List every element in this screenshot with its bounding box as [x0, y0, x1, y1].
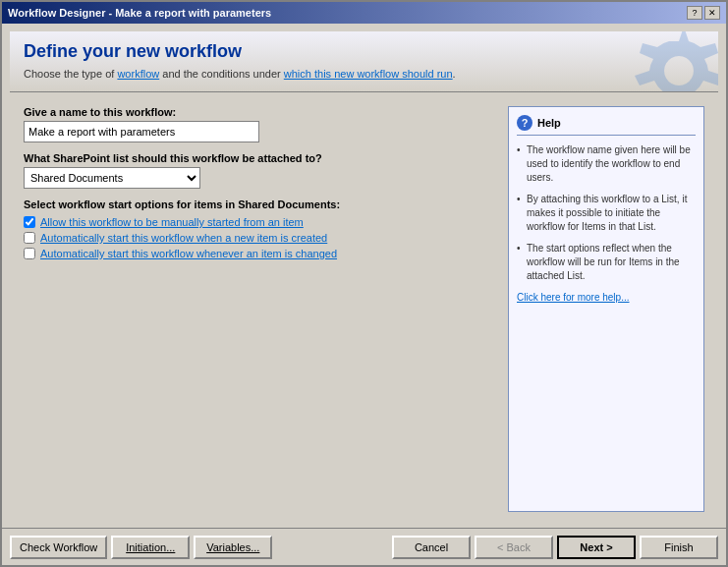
help-circle-icon: ? — [517, 115, 532, 131]
header-subtitle: Choose the type of workflow and the cond… — [24, 68, 704, 80]
subtitle-end: . — [453, 68, 456, 80]
workflow-name-group: Give a name to this workflow: — [24, 106, 496, 142]
cancel-button[interactable]: Cancel — [392, 536, 471, 559]
checkbox-changed-item[interactable] — [24, 248, 35, 259]
footer-left-buttons: Check Workflow Initiation... Variables..… — [10, 536, 272, 559]
help-item-3: The start options reflect when the workf… — [517, 242, 696, 283]
help-more-link[interactable]: Click here for more help... — [517, 291, 696, 305]
help-title-button[interactable]: ? — [687, 6, 702, 20]
checkbox-item-3: Automatically start this workflow whenev… — [24, 248, 496, 259]
help-item-2: By attaching this workflow to a List, it… — [517, 193, 696, 234]
footer-right-buttons: Cancel < Back Next > Finish — [392, 536, 718, 559]
list-select[interactable]: Shared Documents Announcements Calendar … — [24, 167, 200, 189]
initiation-button[interactable]: Initiation... — [111, 536, 190, 559]
main-panel: Define your new workflow Choose the type… — [2, 24, 726, 528]
back-button[interactable]: < Back — [475, 536, 553, 559]
sharepoint-list-group: What SharePoint list should this workflo… — [24, 152, 496, 189]
variables-button[interactable]: Variables... — [194, 536, 272, 559]
next-button[interactable]: Next > — [557, 536, 636, 559]
help-title: Help — [537, 117, 561, 129]
title-bar-buttons: ? ✕ — [687, 6, 720, 20]
subtitle-mid: and the conditions under — [159, 68, 284, 80]
window-title: Workflow Designer - Make a report with p… — [8, 7, 271, 19]
title-bar: Workflow Designer - Make a report with p… — [2, 2, 726, 24]
checkbox-item-2: Automatically start this workflow when a… — [24, 232, 496, 244]
main-window: Workflow Designer - Make a report with p… — [0, 0, 728, 567]
conditions-link[interactable]: which this new workflow should run — [284, 68, 453, 80]
list-label: What SharePoint list should this workflo… — [24, 152, 496, 164]
start-options-label: Select workflow start options for items … — [24, 198, 496, 210]
left-panel: Give a name to this workflow: What Share… — [24, 106, 496, 512]
subtitle-text: Choose the type of — [24, 68, 117, 80]
checkbox-item-1: Allow this workflow to be manually start… — [24, 216, 496, 228]
select-wrapper: Shared Documents Announcements Calendar … — [24, 167, 496, 189]
workflow-name-input[interactable] — [24, 121, 259, 142]
checkbox-new-item-label[interactable]: Automatically start this workflow when a… — [40, 232, 327, 244]
help-item-1: The workflow name given here will be use… — [517, 143, 696, 185]
body-section: Give a name to this workflow: What Share… — [10, 98, 718, 520]
check-workflow-button[interactable]: Check Workflow — [10, 536, 107, 559]
content-area: Define your new workflow Choose the type… — [2, 24, 726, 565]
footer-bar: Check Workflow Initiation... Variables..… — [2, 528, 726, 565]
help-panel: ? Help The workflow name given here will… — [508, 106, 704, 512]
checkbox-changed-item-label[interactable]: Automatically start this workflow whenev… — [40, 248, 337, 259]
help-header: ? Help — [517, 115, 696, 136]
start-options-section: Select workflow start options for items … — [24, 198, 496, 259]
finish-button[interactable]: Finish — [640, 536, 718, 559]
checkbox-manual-start[interactable] — [24, 216, 35, 228]
page-title: Define your new workflow — [24, 41, 704, 62]
gear-decoration-icon — [630, 31, 718, 92]
checkbox-new-item[interactable] — [24, 232, 35, 244]
workflow-link[interactable]: workflow — [117, 68, 159, 80]
name-label: Give a name to this workflow: — [24, 106, 496, 118]
help-list: The workflow name given here will be use… — [517, 143, 696, 283]
help-body: The workflow name given here will be use… — [517, 143, 696, 305]
header-section: Define your new workflow Choose the type… — [10, 31, 718, 92]
checkbox-manual-start-label[interactable]: Allow this workflow to be manually start… — [40, 216, 304, 228]
close-title-button[interactable]: ✕ — [704, 6, 720, 20]
